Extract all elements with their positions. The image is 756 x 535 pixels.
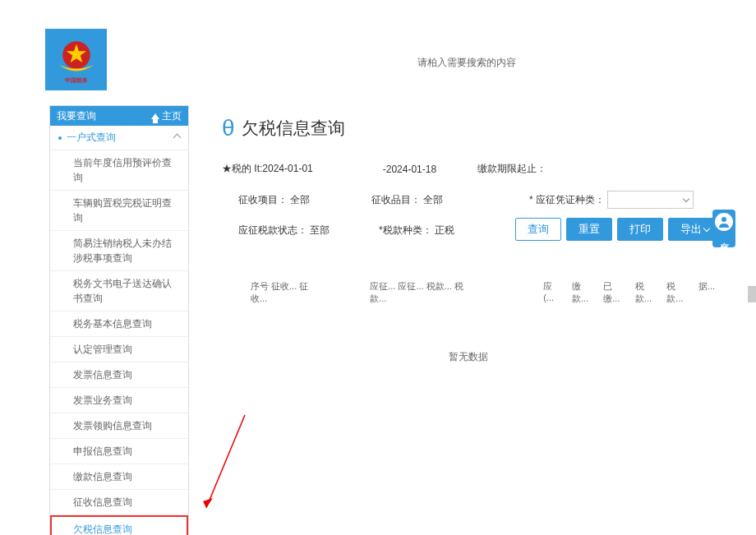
help-widget[interactable]: 在线导办 <box>712 210 735 247</box>
sidebar-item-invoice-info[interactable]: 发票信息查询 <box>50 362 188 388</box>
sidebar-item-simple-cancel[interactable]: 简易注销纳税人未办结涉税事项查询 <box>50 231 188 271</box>
status-value: 至部 <box>310 224 330 238</box>
main-content: θ 欠税信息查询 ★税的 It:2024-01-01 -2024-01-18 缴… <box>222 115 715 364</box>
search-placeholder[interactable]: 请柏入需要搜索的内容 <box>417 56 516 70</box>
svg-line-3 <box>206 415 245 508</box>
svg-text:中国税务: 中国税务 <box>65 76 88 84</box>
chevron-up-icon <box>173 134 182 142</box>
query-button[interactable]: 查询 <box>515 218 561 241</box>
voucher-label: * 应征凭证种类： <box>529 193 605 207</box>
th-seq: 序号 征收... 征收... <box>251 280 320 305</box>
th-levy: 应征... 应征... 税款... 税款... <box>370 280 473 305</box>
sidebar-item-vehicle-tax[interactable]: 车辆购置税完税证明查询 <box>50 191 188 231</box>
type-label: *税款种类： <box>379 224 432 238</box>
th-c4: 税款... <box>635 280 659 305</box>
deadline-label: 缴款期限起止： <box>477 162 546 176</box>
help-avatar-icon <box>715 213 733 231</box>
sidebar: 我要查询 主页 一户式查询 当前年度信用预评价查询 车辆购置税完税证明查询 简易… <box>49 105 189 535</box>
tax-logo: 中国税务 <box>45 29 107 90</box>
arrow-annotation <box>200 411 249 518</box>
product-value: 全部 <box>423 193 443 207</box>
form-row-2: 征收项目： 全部 征收品目： 全部 * 应征凭证种类： <box>222 191 715 209</box>
sidebar-item-credit-eval[interactable]: 当前年度信用预评价查询 <box>50 150 188 191</box>
form-row-1: ★税的 It:2024-01-01 -2024-01-18 缴款期限起止： <box>222 162 715 176</box>
item-value: 全部 <box>290 193 310 207</box>
sidebar-item-recognition[interactable]: 认定管理查询 <box>50 337 188 362</box>
table-header: 序号 征收... 征收... 应征... 应征... 税款... 税款... 应… <box>222 280 715 305</box>
button-row: 查询 重置 打印 导出 <box>515 218 721 241</box>
item-label: 征收项目： <box>238 193 288 207</box>
product-label: 征收品目： <box>371 193 421 207</box>
sidebar-item-owed-tax[interactable]: 欠税信息查询 <box>50 515 188 535</box>
sidebar-title: 我要查询 <box>57 109 96 123</box>
page-title-row: θ 欠税信息查询 <box>222 115 715 141</box>
date-to: -2024-01-18 <box>383 164 436 175</box>
sidebar-item-declare[interactable]: 申报信息查询 <box>50 439 188 464</box>
reset-button[interactable]: 重置 <box>566 218 612 241</box>
home-icon <box>151 113 159 119</box>
help-text: 在线导办 <box>717 234 731 241</box>
sidebar-header: 我要查询 主页 <box>50 106 188 126</box>
print-button[interactable]: 打印 <box>617 218 663 241</box>
sidebar-item-payment[interactable]: 缴款信息查询 <box>50 464 188 490</box>
sidebar-item-invoice-purchase[interactable]: 发票领购信息查询 <box>50 413 188 439</box>
svg-point-5 <box>721 217 726 222</box>
title-icon: θ <box>222 115 235 141</box>
type-value: 正税 <box>435 224 454 238</box>
svg-marker-4 <box>203 498 213 508</box>
sidebar-category[interactable]: 一户式查询 <box>50 126 188 150</box>
home-link[interactable]: 主页 <box>151 109 182 123</box>
date-label: ★税的 It:2024-01-01 <box>222 162 313 176</box>
status-label: 应征税款状志： <box>238 224 307 238</box>
sidebar-item-basic-info[interactable]: 税务基本信息查询 <box>50 311 188 337</box>
th-c1: 应 (... <box>543 280 564 305</box>
sidebar-item-collection[interactable]: 征收信息查询 <box>50 490 188 515</box>
th-c5: 税款... <box>666 280 690 305</box>
sidebar-item-invoice-biz[interactable]: 发票业务查询 <box>50 388 188 413</box>
voucher-select[interactable] <box>607 191 694 209</box>
no-data-text: 暂无数据 <box>222 350 715 364</box>
th-c2: 缴款... <box>572 280 596 305</box>
page-title: 欠税信息查询 <box>242 117 345 140</box>
th-c3: 已缴... <box>603 280 627 305</box>
th-c6: 据... <box>698 280 715 305</box>
chevron-down-icon <box>683 196 689 202</box>
sidebar-item-doc-delivery[interactable]: 税务文书电子送达确认书查询 <box>50 271 188 311</box>
scrollbar-thumb[interactable] <box>748 286 756 302</box>
bullet-icon <box>58 136 62 140</box>
